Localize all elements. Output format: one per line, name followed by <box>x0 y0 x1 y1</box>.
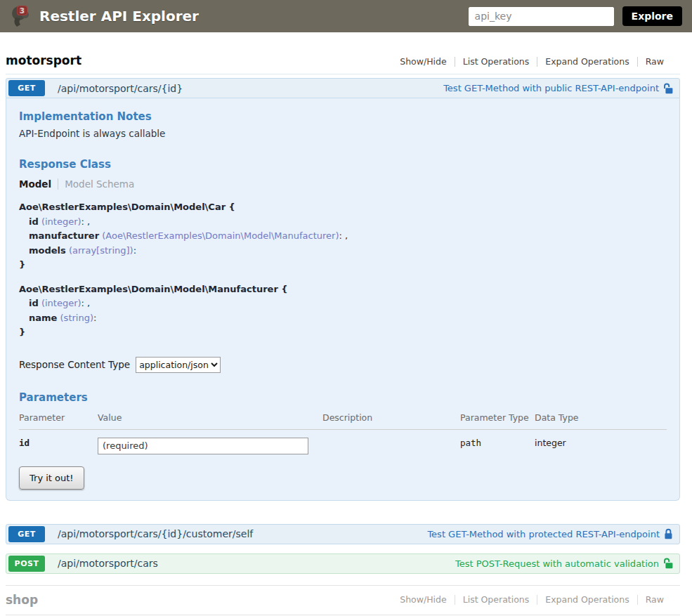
tab-model-schema[interactable]: Model Schema <box>65 178 134 190</box>
parameters-header-row: Parameter Value Description Parameter Ty… <box>19 408 667 430</box>
property-type: (string) <box>60 313 93 323</box>
endpoint-path-link[interactable]: /api/motorsport/cars/{id}/customer/self <box>58 528 253 539</box>
resource-header-motorsport: motorsport Show/Hide List Operations Exp… <box>6 53 680 74</box>
test-endpoint-link[interactable]: Test GET-Method with public REST-API-end… <box>443 83 673 94</box>
model-tabs: Model Model Schema <box>19 178 667 190</box>
endpoint-path-link[interactable]: /api/motorsport/cars/{id} <box>58 83 183 94</box>
endpoint-path-link[interactable]: /api/motorsport/cars <box>58 558 158 569</box>
property-type: (integer) <box>41 298 81 308</box>
property-name: id <box>29 298 39 308</box>
response-content-type-row: Response Content Type application/json <box>19 357 667 373</box>
property-suffix: : <box>133 245 136 256</box>
model-property: manufacturer (Aoe\RestlerExamples\Domain… <box>19 229 667 244</box>
try-it-out-button[interactable]: Try it out! <box>19 466 84 490</box>
parameter-description-cell <box>322 429 460 454</box>
property-suffix: : , <box>81 298 91 308</box>
parameter-name-cell: id <box>19 429 98 454</box>
implementation-notes-text: API-Endpoint is always callable <box>19 128 667 139</box>
resource-menu-motorsport: Show/Hide List Operations Expand Operati… <box>400 56 680 67</box>
model-property: id (integer): , <box>19 215 667 230</box>
divider <box>58 178 58 190</box>
parameters-table: Parameter Value Description Parameter Ty… <box>19 408 667 454</box>
property-suffix: : , <box>339 230 348 241</box>
col-header-parameter-type: Parameter Type <box>460 408 535 430</box>
model-block-manufacturer: Aoe\RestlerExamples\Domain\Model\Manufac… <box>19 282 667 340</box>
list-operations-link[interactable]: List Operations <box>455 56 537 67</box>
operation-row[interactable]: GET /api/motorsport/cars/{id} Test GET-M… <box>6 78 680 98</box>
parameters-heading: Parameters <box>19 391 667 404</box>
model-signature-open: Aoe\RestlerExamples\Domain\Model\Manufac… <box>19 282 667 297</box>
test-endpoint-link[interactable]: Test POST-Request with automatic validat… <box>455 558 673 569</box>
model-block-car: Aoe\RestlerExamples\Domain\Model\Car { i… <box>19 200 667 273</box>
model-signature-close: } <box>19 258 667 273</box>
model-signature-close: } <box>19 325 667 340</box>
operation-get-car-by-id: GET /api/motorsport/cars/{id} Test GET-M… <box>6 78 680 501</box>
col-header-data-type: Data Type <box>535 408 667 430</box>
svg-text:3: 3 <box>20 7 25 15</box>
model-property: models (array[string]): <box>19 244 667 258</box>
resource-title-shop[interactable]: shop <box>6 593 38 607</box>
top-header-bar: 3 Restler API Explorer Explore <box>0 0 692 32</box>
property-suffix: : <box>93 313 96 323</box>
http-method-badge: POST <box>8 556 45 572</box>
model-signature-open: Aoe\RestlerExamples\Domain\Model\Car { <box>19 200 667 215</box>
operation-get-customer-self[interactable]: GET /api/motorsport/cars/{id}/customer/s… <box>6 524 680 544</box>
operation-detail-panel: Implementation Notes API-Endpoint is alw… <box>6 98 680 501</box>
parameter-data-type-cell: integer <box>535 429 667 454</box>
property-name: name <box>29 313 57 323</box>
col-header-value: Value <box>98 408 322 430</box>
property-name: models <box>29 245 66 256</box>
http-method-badge: GET <box>8 526 45 542</box>
response-content-type-select[interactable]: application/json <box>136 357 221 373</box>
test-endpoint-label: Test GET-Method with public REST-API-end… <box>443 83 659 93</box>
operation-post-cars[interactable]: POST /api/motorsport/cars Test POST-Requ… <box>6 553 680 574</box>
expand-operations-link[interactable]: Expand Operations <box>537 56 636 67</box>
response-content-type-label: Response Content Type <box>19 359 130 370</box>
unlock-icon <box>663 83 673 94</box>
raw-link[interactable]: Raw <box>638 594 672 605</box>
api-key-input[interactable] <box>469 7 614 26</box>
tab-model[interactable]: Model <box>19 178 51 190</box>
property-type: (array[string]) <box>69 245 133 256</box>
col-header-parameter: Parameter <box>19 408 98 430</box>
col-header-description: Description <box>322 408 460 430</box>
model-property: id (integer): , <box>19 296 667 311</box>
test-endpoint-label: Test GET-Method with protected REST-API-… <box>427 529 660 539</box>
property-suffix: : , <box>81 216 91 227</box>
resource-menu-shop: Show/Hide List Operations Expand Operati… <box>400 594 680 605</box>
http-method-badge: GET <box>8 80 45 96</box>
resource-header-shop: shop Show/Hide List Operations Expand Op… <box>6 585 680 615</box>
parameter-type-cell: path <box>460 429 535 454</box>
property-name: id <box>29 216 39 227</box>
model-property: name (string): <box>19 311 667 326</box>
parameter-row-id: id path integer <box>19 429 667 454</box>
app-title: Restler API Explorer <box>39 8 199 25</box>
property-type: (Aoe\RestlerExamples\Domain\Model\Manufa… <box>102 230 339 241</box>
explore-button[interactable]: Explore <box>622 6 682 26</box>
test-endpoint-link[interactable]: Test GET-Method with protected REST-API-… <box>427 528 673 539</box>
resource-title-motorsport[interactable]: motorsport <box>6 53 81 67</box>
test-endpoint-label: Test POST-Request with automatic validat… <box>455 558 659 569</box>
raw-link[interactable]: Raw <box>638 56 672 67</box>
response-class-heading: Response Class <box>19 158 667 171</box>
list-operations-link[interactable]: List Operations <box>455 594 537 605</box>
parameter-value-input[interactable] <box>98 438 308 454</box>
restler-logo-icon: 3 <box>10 4 32 29</box>
show-hide-link[interactable]: Show/Hide <box>400 56 454 67</box>
expand-operations-link[interactable]: Expand Operations <box>537 594 636 605</box>
unlock-icon <box>663 558 673 569</box>
show-hide-link[interactable]: Show/Hide <box>400 594 454 605</box>
model-signature: Aoe\RestlerExamples\Domain\Model\Car { i… <box>19 200 667 340</box>
implementation-notes-heading: Implementation Notes <box>19 110 667 123</box>
property-name: manufacturer <box>29 230 99 241</box>
property-type: (integer) <box>41 216 81 227</box>
lock-icon <box>664 528 673 539</box>
